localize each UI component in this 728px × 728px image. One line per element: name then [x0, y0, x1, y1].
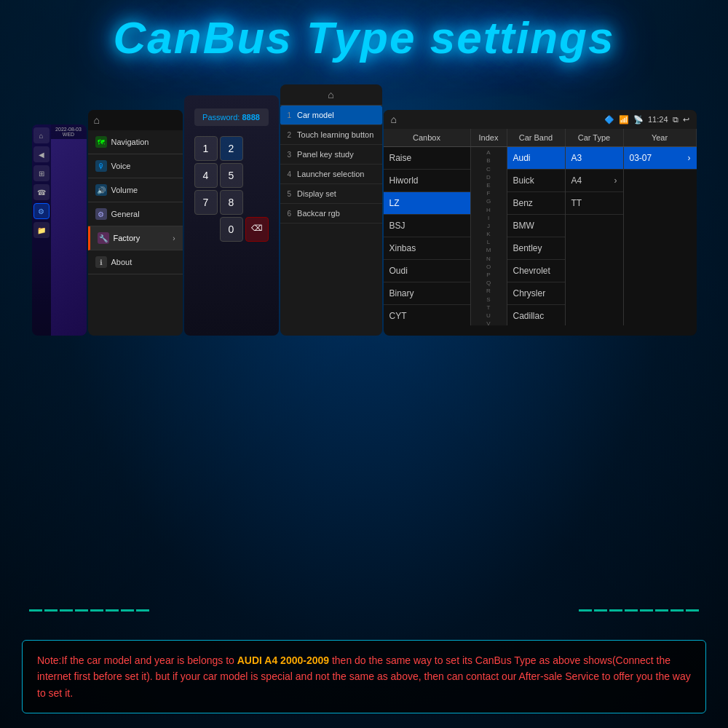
canbus-cartype-col: A3 A4 › TT [566, 147, 624, 325]
canbox-binary[interactable]: Binary [384, 282, 470, 305]
idx-h[interactable]: H [472, 206, 505, 214]
canbus-col-year-header: Year [624, 129, 697, 146]
carmodel-num-3: 3 [288, 151, 292, 159]
numpad-7[interactable]: 7 [194, 190, 218, 215]
idx-r[interactable]: R [472, 287, 505, 295]
idx-d[interactable]: D [472, 173, 505, 181]
numpad-5[interactable]: 5 [220, 163, 243, 188]
canbox-cyt[interactable]: CYT [384, 305, 470, 325]
app-settings-icon[interactable]: ⚙ [33, 203, 50, 219]
idx-v[interactable]: V [472, 320, 505, 325]
carmodel-item-4[interactable]: 4 Launcher selection [280, 165, 382, 184]
brand-audi[interactable]: Audi [507, 147, 565, 170]
settings-header: ⌂ [88, 110, 183, 130]
settings-about-label: About [111, 258, 132, 266]
type-a3[interactable]: A3 [566, 147, 623, 170]
canbox-hiworld[interactable]: Hiworld [384, 170, 470, 192]
canbus-status-icons: 🔷 📶 📡 11:24 ⧉ ↩ [604, 115, 689, 124]
canbus-col-carbrand-header: Car Band [507, 129, 566, 146]
canbus-panel: ⌂ 🔷 📶 📡 11:24 ⧉ ↩ Canbox Index Car Band … [384, 110, 697, 336]
carmodel-panel: ⌂ 1 Car model 2 Touch learning button 3 … [280, 84, 382, 336]
idx-k[interactable]: K [472, 230, 505, 238]
carmodel-item-3[interactable]: 3 Panel key study [280, 145, 382, 165]
brand-buick[interactable]: Buick [507, 170, 565, 192]
idx-f[interactable]: F [472, 189, 505, 197]
numpad-empty4 [194, 217, 218, 242]
idx-b[interactable]: B [472, 157, 505, 165]
canbox-xinbas[interactable]: Xinbas [384, 237, 470, 260]
copy-icon: ⧉ [673, 115, 678, 124]
carmodel-num-2: 2 [288, 131, 292, 139]
app-content [51, 139, 87, 336]
app-phone-icon[interactable]: ☎ [33, 184, 50, 200]
app-folder-icon[interactable]: 📁 [33, 222, 50, 238]
password-display: Password: 8888 [194, 108, 269, 126]
canbox-bsj[interactable]: BSJ [384, 215, 470, 237]
carmodel-label-4: Launcher selection [297, 170, 364, 178]
carmodel-num-4: 4 [288, 170, 292, 178]
settings-voice-label: Voice [111, 162, 131, 170]
idx-l[interactable]: L [472, 238, 505, 246]
canbox-raise[interactable]: Raise [384, 147, 470, 170]
type-tt[interactable]: TT [566, 192, 623, 215]
brand-chrysler[interactable]: Chrysler [507, 282, 565, 305]
numpad-del[interactable]: ⌫ [245, 217, 269, 242]
app-home-icon[interactable]: ⌂ [33, 127, 50, 143]
type-a4[interactable]: A4 › [566, 170, 623, 192]
carmodel-item-2[interactable]: 2 Touch learning button [280, 125, 382, 145]
brand-cadillac[interactable]: Cadillac [507, 305, 565, 325]
canbus-time: 11:24 [648, 115, 668, 124]
idx-g[interactable]: G [472, 197, 505, 205]
canbox-lz[interactable]: LZ [384, 192, 470, 215]
numpad-0[interactable]: 0 [220, 217, 243, 242]
idx-s[interactable]: S [472, 296, 505, 304]
brand-benz[interactable]: Benz [507, 192, 565, 215]
app-topbar: 2022-08-03 WED [51, 124, 87, 139]
brand-bentley[interactable]: Bentley [507, 237, 565, 260]
carmodel-item-1[interactable]: 1 Car model [280, 106, 382, 125]
settings-item-about[interactable]: ℹ About [88, 250, 183, 274]
note-text: Note:If the car model and year is belong… [37, 652, 691, 701]
settings-item-general[interactable]: ⚙ General [88, 202, 183, 226]
idx-m[interactable]: M [472, 246, 505, 254]
app-screen-panel: ⌂ ◀ ⊞ ☎ ⚙ 📁 2022-08-03 WED [32, 124, 87, 336]
settings-item-voice[interactable]: 🎙 Voice [88, 154, 183, 178]
about-icon: ℹ [95, 256, 107, 268]
numpad-2[interactable]: 2 [220, 136, 243, 161]
idx-e[interactable]: E [472, 181, 505, 189]
canbox-oudi[interactable]: Oudi [384, 260, 470, 282]
settings-item-volume[interactable]: 🔊 Volume [88, 178, 183, 202]
idx-i[interactable]: I [472, 214, 505, 222]
idx-t[interactable]: T [472, 304, 505, 312]
idx-n[interactable]: N [472, 255, 505, 263]
factory-chevron-icon: › [173, 234, 175, 242]
note-prefix: Note:If the car model and year is belong… [37, 654, 237, 666]
screens-area: ⌂ ◀ ⊞ ☎ ⚙ 📁 2022-08-03 WED [0, 77, 728, 336]
idx-p[interactable]: P [472, 271, 505, 279]
idx-q[interactable]: Q [472, 279, 505, 287]
settings-item-navigation[interactable]: 🗺 Navigation [88, 130, 183, 154]
numpad-4[interactable]: 4 [194, 163, 218, 188]
carmodel-item-5[interactable]: 5 Display set [280, 184, 382, 204]
brand-chevrolet[interactable]: Chevrolet [507, 260, 565, 282]
settings-item-factory[interactable]: 🔧 Factory › [88, 226, 183, 250]
idx-o[interactable]: O [472, 263, 505, 271]
numpad-1[interactable]: 1 [194, 136, 218, 161]
carmodel-item-6[interactable]: 6 Backcar rgb [280, 204, 382, 223]
back-icon[interactable]: ↩ [683, 115, 689, 124]
idx-a[interactable]: A [472, 149, 505, 157]
year-value: 03-07 [630, 153, 652, 163]
settings-home-icon: ⌂ [94, 114, 100, 126]
carmodel-label-6: Backcar rgb [297, 209, 340, 218]
app-left-sidebar: ⌂ ◀ ⊞ ☎ ⚙ 📁 [32, 124, 51, 336]
numpad-8[interactable]: 8 [220, 190, 243, 215]
index-letters-list: A B C D E F G H I J K L M N O [471, 147, 507, 325]
idx-j[interactable]: J [472, 222, 505, 230]
idx-u[interactable]: U [472, 312, 505, 320]
brand-bmw[interactable]: BMW [507, 215, 565, 237]
idx-c[interactable]: C [472, 165, 505, 173]
app-nav-icon[interactable]: ◀ [33, 146, 50, 162]
volume-icon: 🔊 [95, 184, 107, 196]
year-03-07[interactable]: 03-07 › [624, 147, 697, 170]
app-apps-icon[interactable]: ⊞ [33, 165, 50, 181]
